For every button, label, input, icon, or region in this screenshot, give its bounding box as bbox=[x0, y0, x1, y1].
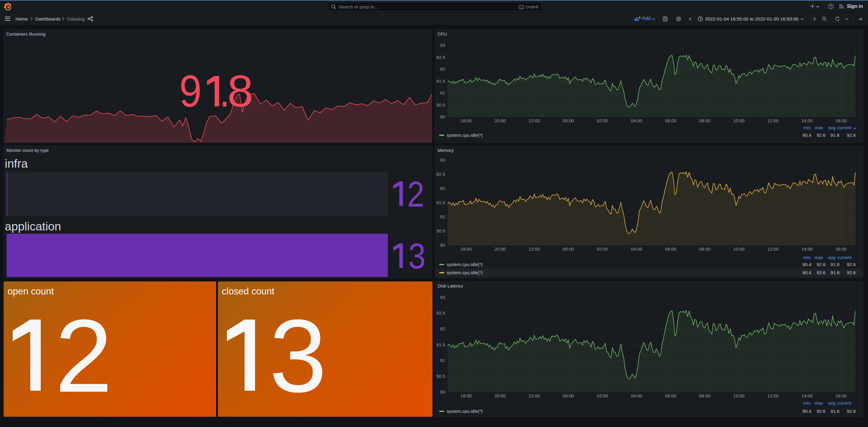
svg-text:92: 92 bbox=[440, 66, 445, 71]
svg-text:04:00: 04:00 bbox=[631, 246, 642, 251]
svg-text:20:00: 20:00 bbox=[494, 118, 506, 123]
svg-text:92: 92 bbox=[440, 326, 445, 331]
svg-text:90: 90 bbox=[440, 389, 445, 394]
svg-text:90.5: 90.5 bbox=[436, 228, 445, 234]
svg-text:92: 92 bbox=[440, 186, 445, 191]
svg-text:22:00: 22:00 bbox=[528, 246, 540, 251]
svg-text:93: 93 bbox=[440, 42, 445, 48]
svg-text:90.5: 90.5 bbox=[436, 102, 445, 108]
svg-text:93: 93 bbox=[440, 157, 445, 162]
svg-text:02:00: 02:00 bbox=[597, 393, 608, 398]
svg-text:92.5: 92.5 bbox=[436, 55, 445, 60]
svg-text:06:00: 06:00 bbox=[665, 118, 676, 123]
svg-text:00:00: 00:00 bbox=[563, 246, 574, 251]
svg-text:14:00: 14:00 bbox=[801, 246, 813, 251]
svg-text:06:00: 06:00 bbox=[665, 393, 676, 398]
svg-text:91: 91 bbox=[440, 90, 445, 95]
svg-text:18:00: 18:00 bbox=[460, 118, 472, 123]
svg-text:22:00: 22:00 bbox=[528, 118, 540, 123]
svg-text:10:00: 10:00 bbox=[733, 246, 745, 251]
svg-text:06:00: 06:00 bbox=[665, 246, 676, 251]
svg-text:12:00: 12:00 bbox=[767, 246, 779, 251]
svg-text:16:00: 16:00 bbox=[835, 393, 847, 398]
svg-text:00:00: 00:00 bbox=[563, 393, 574, 398]
svg-text:02:00: 02:00 bbox=[597, 246, 608, 251]
svg-text:10:00: 10:00 bbox=[733, 393, 745, 398]
svg-text:91.5: 91.5 bbox=[436, 342, 445, 347]
svg-text:91.5: 91.5 bbox=[436, 79, 445, 84]
svg-text:90.5: 90.5 bbox=[436, 373, 445, 379]
svg-text:14:00: 14:00 bbox=[801, 118, 813, 123]
svg-text:18:00: 18:00 bbox=[460, 393, 472, 398]
svg-text:91: 91 bbox=[440, 358, 445, 363]
svg-text:12:00: 12:00 bbox=[767, 393, 779, 398]
svg-text:16:00: 16:00 bbox=[835, 118, 847, 123]
svg-text:90: 90 bbox=[440, 114, 445, 119]
svg-text:10:00: 10:00 bbox=[733, 118, 745, 123]
svg-text:12:00: 12:00 bbox=[767, 118, 779, 123]
svg-text:08:00: 08:00 bbox=[699, 118, 710, 123]
svg-text:92.5: 92.5 bbox=[436, 310, 445, 315]
svg-text:20:00: 20:00 bbox=[494, 246, 506, 251]
svg-text:04:00: 04:00 bbox=[631, 118, 642, 123]
svg-text:18:00: 18:00 bbox=[460, 246, 472, 251]
svg-text:93: 93 bbox=[440, 295, 445, 300]
svg-text:02:00: 02:00 bbox=[597, 118, 608, 123]
svg-text:92.5: 92.5 bbox=[436, 172, 445, 177]
svg-text:14:00: 14:00 bbox=[801, 393, 813, 398]
svg-text:90: 90 bbox=[440, 243, 445, 248]
svg-text:22:00: 22:00 bbox=[528, 393, 540, 398]
svg-text:08:00: 08:00 bbox=[699, 246, 710, 251]
svg-text:91.5: 91.5 bbox=[436, 200, 445, 205]
svg-text:20:00: 20:00 bbox=[494, 393, 506, 398]
svg-text:00:00: 00:00 bbox=[563, 118, 574, 123]
svg-text:91: 91 bbox=[440, 214, 445, 219]
svg-text:08:00: 08:00 bbox=[699, 393, 710, 398]
svg-text:04:00: 04:00 bbox=[631, 393, 642, 398]
svg-text:16:00: 16:00 bbox=[835, 246, 847, 251]
